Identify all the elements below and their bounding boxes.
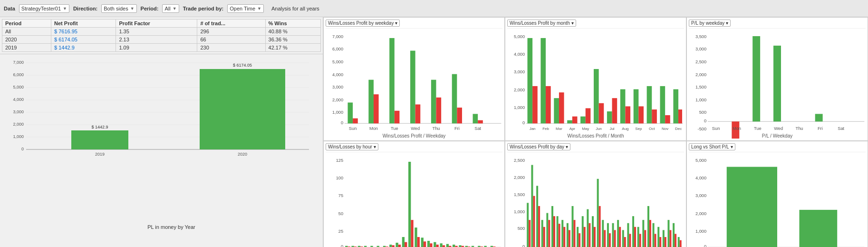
svg-text:1,000: 1,000 bbox=[514, 209, 525, 214]
svg-rect-136 bbox=[398, 245, 401, 247]
table-row[interactable]: 2019$ 1442.91.0923042.17 % bbox=[2, 44, 321, 52]
period-select[interactable]: All ▼ bbox=[162, 4, 179, 13]
cell-profit-factor: 2.13 bbox=[116, 36, 197, 44]
year-bar-chart: 7,000 6,000 5,000 4,000 3,000 2,000 1,00… bbox=[24, 58, 319, 223]
svg-rect-233 bbox=[619, 227, 621, 247]
svg-text:Jun: Jun bbox=[596, 127, 602, 131]
svg-rect-157 bbox=[465, 246, 468, 247]
svg-text:2019: 2019 bbox=[95, 152, 105, 157]
chart-arrow-4: ▾ bbox=[374, 144, 376, 149]
svg-rect-64 bbox=[567, 120, 572, 124]
svg-rect-254 bbox=[673, 223, 675, 247]
svg-text:Sat: Sat bbox=[838, 126, 844, 131]
svg-rect-204 bbox=[546, 213, 548, 247]
table-row[interactable]: All$ 7616.951.3529640.88 % bbox=[2, 28, 321, 36]
chart-header-6: Long vs Short P/L ▾ bbox=[689, 143, 866, 152]
chart-dropdown-4[interactable]: Wins/Losses by hour ▾ bbox=[326, 143, 378, 150]
chart-dropdown-3[interactable]: P/L by weekday ▾ bbox=[689, 20, 731, 27]
svg-text:1,000: 1,000 bbox=[695, 228, 706, 233]
svg-text:0: 0 bbox=[704, 244, 706, 247]
svg-text:2020: 2020 bbox=[238, 152, 247, 157]
svg-text:125: 125 bbox=[336, 158, 344, 163]
chart-dropdown-6[interactable]: Long vs Short P/L ▾ bbox=[689, 143, 735, 150]
data-select[interactable]: StrategyTester01 ▼ bbox=[19, 4, 69, 13]
svg-text:May: May bbox=[582, 127, 589, 131]
trade-period-select[interactable]: Open Time ▼ bbox=[227, 4, 264, 13]
chart-dropdown-1[interactable]: Wins/Losses Profit by weekday ▾ bbox=[326, 20, 400, 27]
svg-rect-213 bbox=[569, 230, 570, 247]
svg-rect-221 bbox=[588, 223, 590, 247]
svg-text:Wed: Wed bbox=[774, 126, 783, 131]
svg-rect-201 bbox=[538, 206, 540, 247]
svg-rect-73 bbox=[625, 106, 630, 123]
chart-title-3: P/L by weekday bbox=[691, 20, 724, 26]
bar-long-pl bbox=[727, 167, 777, 247]
chart-body-3: 3,500 3,000 2,500 2,000 1,500 1,000 500 … bbox=[689, 30, 866, 132]
data-table: Period Net Profit Profit Factor # of tra… bbox=[2, 19, 321, 52]
chart-svg-1: 7,000 6,000 5,000 4,000 3,000 2,000 1,00… bbox=[326, 30, 502, 132]
svg-rect-203 bbox=[543, 227, 545, 247]
svg-text:Mon: Mon bbox=[733, 126, 741, 131]
svg-rect-209 bbox=[559, 224, 560, 247]
svg-text:$ 1442.9: $ 1442.9 bbox=[91, 125, 108, 129]
svg-rect-76 bbox=[647, 86, 652, 123]
cell-period: 2019 bbox=[2, 44, 51, 52]
svg-rect-138 bbox=[405, 242, 407, 247]
analysis-text: Analysis for all years bbox=[271, 6, 319, 11]
svg-rect-210 bbox=[561, 220, 563, 247]
svg-text:Mar: Mar bbox=[556, 127, 562, 131]
chart-wins-losses-month: Wins/Losses Profit by month ▾ 5,000 4,00… bbox=[505, 17, 686, 141]
svg-rect-140 bbox=[411, 220, 413, 247]
svg-text:Mon: Mon bbox=[369, 126, 378, 131]
chart-dropdown-2[interactable]: Wins/Losses Profit by month ▾ bbox=[507, 20, 576, 27]
svg-rect-63 bbox=[559, 92, 564, 123]
chart-svg-2: 5,000 4,000 3,000 2,000 1,000 0 bbox=[507, 30, 684, 132]
svg-rect-251 bbox=[665, 237, 666, 247]
svg-text:3,000: 3,000 bbox=[13, 109, 24, 114]
svg-rect-78 bbox=[660, 86, 665, 123]
svg-rect-162 bbox=[484, 246, 486, 247]
table-row[interactable]: 2020$ 6174.052.136636.36 % bbox=[2, 36, 321, 44]
data-label: Data bbox=[4, 6, 15, 11]
left-panel: Period Net Profit Profit Factor # of tra… bbox=[0, 17, 323, 247]
chart-title-4: Wins/Losses by hour bbox=[328, 144, 372, 149]
svg-rect-35 bbox=[395, 111, 400, 124]
cell-profit-factor: 1.09 bbox=[116, 44, 197, 52]
svg-text:3,000: 3,000 bbox=[695, 47, 706, 52]
svg-rect-249 bbox=[659, 237, 661, 247]
direction-select[interactable]: Both sides ▼ bbox=[101, 4, 136, 13]
svg-rect-145 bbox=[427, 241, 430, 247]
svg-text:2,000: 2,000 bbox=[514, 175, 525, 179]
svg-rect-200 bbox=[536, 186, 538, 247]
svg-rect-223 bbox=[594, 227, 596, 247]
cell-profit-factor: 1.35 bbox=[116, 28, 197, 36]
period-value: All bbox=[164, 6, 170, 11]
svg-text:25: 25 bbox=[338, 228, 343, 233]
svg-text:3,000: 3,000 bbox=[695, 193, 706, 198]
chart-dropdown-5[interactable]: Wins/Losses Profit by day ▾ bbox=[507, 143, 570, 150]
bar-short-pl bbox=[800, 209, 838, 247]
trade-period-label: Trade period by: bbox=[183, 6, 224, 11]
svg-text:50: 50 bbox=[338, 211, 343, 216]
svg-rect-43 bbox=[478, 120, 483, 124]
cell-net-profit: $ 1442.9 bbox=[51, 44, 116, 52]
svg-rect-144 bbox=[424, 241, 426, 247]
svg-text:Sun: Sun bbox=[712, 126, 720, 131]
svg-rect-70 bbox=[607, 111, 612, 123]
svg-rect-236 bbox=[627, 223, 629, 247]
svg-rect-134 bbox=[392, 245, 395, 247]
svg-rect-197 bbox=[529, 220, 530, 247]
chart-title-6: Long vs Short P/L bbox=[691, 144, 729, 149]
chart-pl-weekday: P/L by weekday ▾ 3,500 3,000 2,500 2,000… bbox=[686, 17, 868, 141]
cell-trades: 66 bbox=[197, 36, 265, 44]
svg-rect-74 bbox=[634, 89, 639, 124]
svg-text:2,500: 2,500 bbox=[695, 59, 706, 64]
data-value: StrategyTester01 bbox=[21, 6, 61, 11]
svg-rect-154 bbox=[455, 246, 457, 247]
svg-text:Thu: Thu bbox=[432, 126, 440, 131]
svg-rect-126 bbox=[358, 246, 360, 247]
svg-rect-42 bbox=[473, 114, 478, 123]
svg-rect-66 bbox=[580, 117, 586, 124]
svg-rect-122 bbox=[345, 246, 347, 247]
svg-text:6,000: 6,000 bbox=[332, 47, 343, 52]
